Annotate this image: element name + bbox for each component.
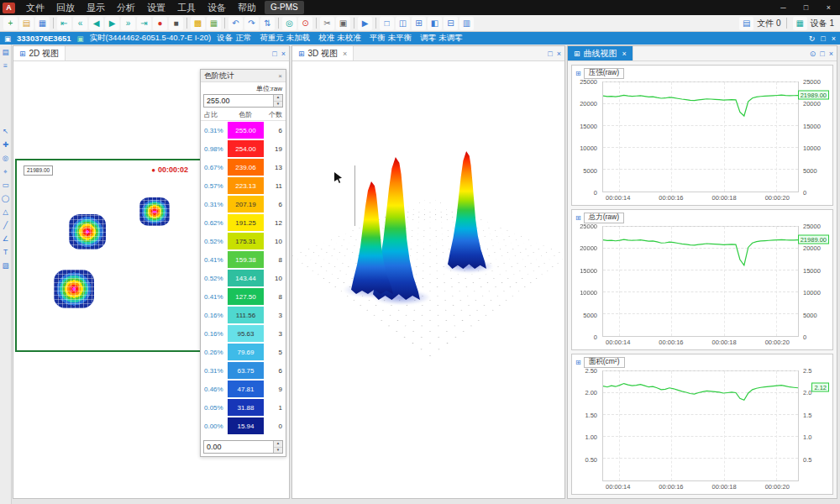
fast-backward-icon[interactable]: « xyxy=(73,17,87,30)
colorscale-row[interactable]: 0.52%143.4410 xyxy=(204,269,282,287)
colorscale-row[interactable]: 0.57%223.1311 xyxy=(204,176,282,195)
target-icon[interactable]: ◎ xyxy=(282,17,297,30)
float-icon[interactable]: □ xyxy=(272,50,276,58)
undo-icon[interactable]: ↶ xyxy=(228,17,243,30)
tab-3d-view[interactable]: ⊞ 3D 视图 × xyxy=(292,46,354,60)
layout-grid-icon[interactable]: ⊞ xyxy=(412,17,426,30)
pointer-tool-icon[interactable]: ↖ xyxy=(1,126,11,136)
angle-tool-icon[interactable]: ∠ xyxy=(1,234,11,244)
spin-down-icon[interactable]: ▼ xyxy=(274,448,282,454)
max-level-input[interactable]: 255.00 ▲ ▼ xyxy=(203,94,283,108)
layout-split-icon[interactable]: ◫ xyxy=(396,17,410,30)
layout-dots-icon[interactable]: ▥ xyxy=(459,17,474,30)
step-backward-icon[interactable]: ◀ xyxy=(89,17,103,30)
snapshot-icon[interactable]: ⊙ xyxy=(298,17,312,30)
hatch-tool-icon[interactable]: ▨ xyxy=(1,260,11,270)
copy-icon[interactable]: ▣ xyxy=(336,17,350,30)
layout-bottom-icon[interactable]: ⊟ xyxy=(444,17,458,30)
tab-close-icon[interactable]: × xyxy=(343,50,347,58)
menu-item[interactable]: 工具 xyxy=(171,0,202,15)
menu-item[interactable]: 设备 xyxy=(202,0,232,15)
add-icon[interactable]: + xyxy=(3,17,18,30)
open-file-icon[interactable]: ▤ xyxy=(19,17,34,30)
colorscale-row[interactable]: 0.98%254.0019 xyxy=(204,139,282,158)
redo-icon[interactable]: ↷ xyxy=(244,17,259,30)
panel-list-icon[interactable]: ≡ xyxy=(1,60,11,71)
stop-icon[interactable]: ■ xyxy=(169,17,183,30)
float-icon[interactable]: □ xyxy=(548,50,552,58)
heatmap-canvas[interactable]: 21989.00 ● 00:00:02 色阶统计 × 单位:raw 255.0 xyxy=(13,61,289,498)
menu-item[interactable]: 回放 xyxy=(50,0,81,15)
maximize-button[interactable]: □ xyxy=(795,0,817,15)
close-icon[interactable]: × xyxy=(278,72,282,80)
spin-down-icon[interactable]: ▼ xyxy=(274,102,282,108)
colorscale-row[interactable]: 93.23%<1.001805 xyxy=(204,435,282,438)
colorscale-row[interactable]: 0.67%239.0613 xyxy=(204,158,282,176)
close-icon[interactable]: × xyxy=(557,50,561,58)
colorscale-row[interactable]: 0.62%191.2512 xyxy=(204,213,282,232)
tab-curve-view[interactable]: ⊞ 曲线视图 × xyxy=(568,46,633,60)
panel-properties-icon[interactable]: ▤ xyxy=(1,47,11,57)
min-level-input[interactable]: 0.00 ▲ ▼ xyxy=(203,440,283,454)
refresh-icon[interactable]: ↻ xyxy=(809,34,816,43)
layout-left-icon[interactable]: ◧ xyxy=(428,17,442,30)
spin-up-icon[interactable]: ▲ xyxy=(274,441,282,448)
close-button[interactable]: × xyxy=(817,0,840,15)
colorscale-row[interactable]: 0.41%127.508 xyxy=(204,287,282,306)
menu-item[interactable]: 显示 xyxy=(81,0,111,15)
pan-tool-icon[interactable]: ✚ xyxy=(1,139,11,150)
text-tool-icon[interactable]: T xyxy=(1,247,11,257)
jump-end-icon[interactable]: ⇥ xyxy=(137,17,151,30)
pin-icon[interactable]: ⊙ xyxy=(810,50,816,58)
colorscale-row[interactable]: 0.31%255.006 xyxy=(204,121,282,139)
plot-area[interactable] xyxy=(602,81,799,192)
menu-item[interactable]: 文件 xyxy=(20,0,50,15)
minimize-button[interactable]: ─ xyxy=(772,0,795,15)
rect-roi-tool-icon[interactable]: ▭ xyxy=(1,180,11,190)
sensor-area[interactable]: 21989.00 ● 00:00:02 xyxy=(15,159,202,352)
swap-icon[interactable]: ⇅ xyxy=(260,17,275,30)
colorscale-row[interactable]: 0.41%159.388 xyxy=(204,250,282,269)
jump-start-icon[interactable]: ⇤ xyxy=(57,17,71,30)
menu-item[interactable]: 分析 xyxy=(111,0,141,15)
close-icon[interactable]: × xyxy=(281,50,286,58)
layout-single-icon[interactable]: □ xyxy=(380,17,394,30)
crosshair-tool-icon[interactable]: ⌖ xyxy=(1,166,11,176)
row-percent: 0.00% xyxy=(204,423,228,430)
close-icon[interactable]: × xyxy=(832,34,836,43)
plot-area[interactable] xyxy=(602,370,799,481)
zoom-tool-icon[interactable]: ◎ xyxy=(1,153,11,163)
colorscale-row[interactable]: 0.31%63.756 xyxy=(204,361,282,380)
fast-forward-icon[interactable]: » xyxy=(121,17,135,30)
plot-area[interactable] xyxy=(602,226,799,337)
record-icon[interactable]: ● xyxy=(153,17,167,30)
close-icon[interactable]: × xyxy=(829,50,833,58)
colorscale-row[interactable]: 0.26%79.695 xyxy=(204,343,282,361)
float-icon[interactable]: □ xyxy=(821,34,825,43)
tab-2d-view[interactable]: ⊞ 2D 视图 xyxy=(13,46,66,60)
colorscale-row[interactable]: 0.31%207.196 xyxy=(204,195,282,213)
save-file-icon[interactable]: ▦ xyxy=(35,17,50,30)
colorscale-row[interactable]: 0.00%15.940 xyxy=(204,417,282,435)
cut-icon[interactable]: ✂ xyxy=(320,17,334,30)
spin-up-icon[interactable]: ▲ xyxy=(274,95,282,102)
colorscale-header[interactable]: 色阶统计 × xyxy=(201,70,286,82)
menu-item[interactable]: 帮助 xyxy=(232,0,262,15)
tab-close-icon[interactable]: × xyxy=(622,50,627,58)
colorscale-row[interactable]: 0.46%47.819 xyxy=(204,380,282,398)
play-icon[interactable]: ▶ xyxy=(105,17,119,30)
polygon-roi-tool-icon[interactable]: △ xyxy=(1,207,11,217)
float-icon[interactable]: □ xyxy=(820,50,824,58)
colorscale-row[interactable]: 0.16%111.563 xyxy=(204,306,282,324)
colorscale-row[interactable]: 0.16%95.633 xyxy=(204,324,282,343)
panel-curves-tabbar: ⊞ 曲线视图 × ⊙ □ × xyxy=(568,46,837,61)
marker-icon[interactable]: ▶ xyxy=(358,17,372,30)
surface-3d-canvas[interactable] xyxy=(292,61,564,498)
palette-icon[interactable]: ▦ xyxy=(207,17,221,30)
colorscale-row[interactable]: 0.05%31.881 xyxy=(204,398,282,417)
ellipse-roi-tool-icon[interactable]: ◯ xyxy=(1,193,11,203)
line-tool-icon[interactable]: ╱ xyxy=(1,220,11,230)
colorscale-row[interactable]: 0.52%175.3110 xyxy=(204,232,282,250)
grid-display-icon[interactable]: ▩ xyxy=(191,17,205,30)
menu-item[interactable]: 设置 xyxy=(141,0,171,15)
